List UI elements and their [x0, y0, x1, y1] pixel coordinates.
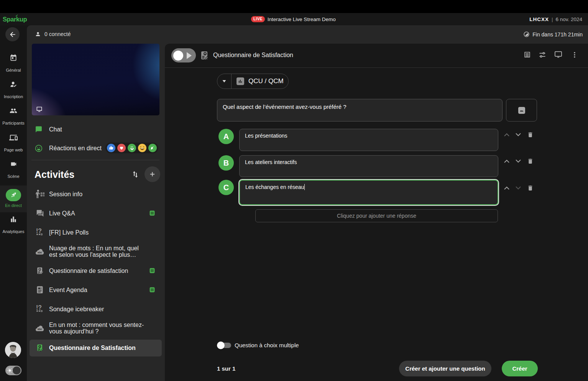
svg-text:!?: !? — [36, 305, 42, 311]
svg-text:abc: abc — [38, 251, 42, 253]
svg-text:abc: abc — [38, 327, 42, 330]
svg-text:!?: !? — [36, 228, 42, 234]
